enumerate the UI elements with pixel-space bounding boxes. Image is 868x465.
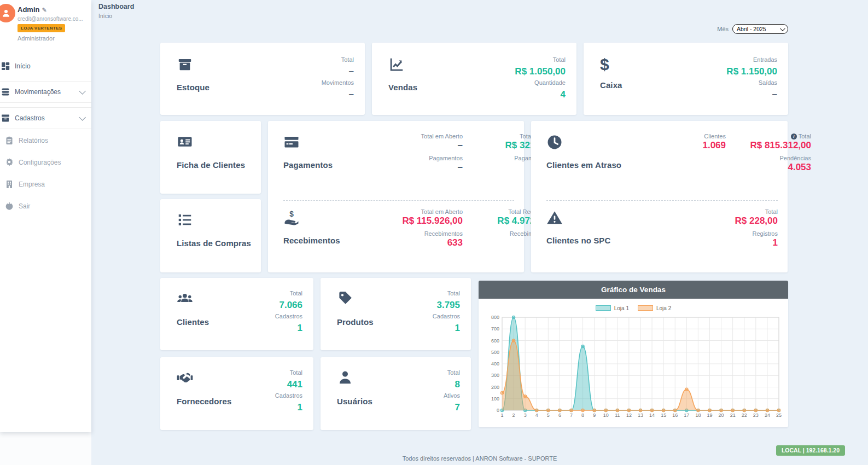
month-select[interactable]: Abril - 2025	[732, 24, 788, 34]
sidebar-item-cadastros[interactable]: Cadastros	[0, 107, 91, 129]
id-card-icon	[177, 142, 193, 152]
sidebar-item-label: Empresa	[19, 181, 45, 188]
card-fornecedores: Fornecedores Total 441 Cadastros 1	[160, 357, 313, 430]
sidebar-item-label: Relatórios	[19, 137, 48, 144]
stat-value: R$ 115.926,00	[402, 216, 463, 226]
sidebar: Admin✎ credit@anronsoftware.co... LOJA V…	[0, 0, 91, 432]
stat-label: Clientes	[702, 133, 726, 140]
svg-text:600: 600	[491, 338, 499, 344]
card-title: Caixa	[600, 80, 622, 90]
stat-label: Total em Aberto	[402, 208, 463, 215]
stat-label: Cadastros	[275, 392, 302, 399]
card-atraso-spc: Clientes em Atraso Clientes 1.069 iTotal…	[531, 121, 788, 272]
stat-value: 7	[455, 402, 460, 412]
svg-text:12: 12	[626, 412, 632, 418]
stat-value: 1	[753, 237, 778, 248]
footer-copyright: Todos direitos reservados | ANRON Softwa…	[91, 455, 868, 462]
sidebar-item-relatorios[interactable]: Relatórios	[0, 130, 91, 151]
card-listas-compras[interactable]: Listas de Compras	[160, 199, 261, 272]
svg-text:22: 22	[742, 412, 747, 418]
svg-text:16: 16	[672, 412, 678, 418]
card-title: Pagamentos	[283, 160, 380, 170]
svg-text:7: 7	[570, 412, 573, 418]
svg-text:8: 8	[581, 412, 584, 418]
month-filter: Mês Abril - 2025	[91, 24, 788, 34]
svg-text:21: 21	[730, 412, 736, 418]
stat-value: 7.066	[279, 300, 302, 310]
gear-icon	[5, 158, 14, 167]
credit-card-icon	[283, 143, 300, 152]
svg-text:11: 11	[615, 412, 620, 418]
page-header: Dashboard Início	[98, 3, 868, 19]
clock-icon	[546, 143, 563, 152]
stat-label: iTotal	[750, 133, 811, 140]
sidebar-item-sair[interactable]: Sair	[0, 196, 91, 217]
card-title: Clientes no SPC	[546, 236, 643, 245]
svg-text:10: 10	[603, 412, 609, 418]
card-estoque: Estoque Total – Movimentos –	[160, 43, 365, 115]
svg-text:0: 0	[497, 408, 499, 413]
pencil-icon[interactable]: ✎	[42, 7, 46, 13]
section-pagamentos: Pagamentos Total em Aberto – Pagamentos …	[283, 133, 514, 197]
sales-line-chart: 0100200300400500600700800123456789101112…	[483, 313, 783, 422]
stat-value: 633	[424, 237, 463, 248]
card-produtos: Produtos Total 3.795 Cadastros 1	[321, 278, 471, 350]
stat-label: Registros	[753, 230, 778, 237]
card-title: Estoque	[177, 83, 209, 92]
legend-item-loja1[interactable]: Loja 1	[596, 305, 629, 311]
stat-label: Cadastros	[433, 313, 460, 319]
stat-value: 1	[455, 323, 460, 333]
card-title: Produtos	[337, 317, 374, 327]
breadcrumb: Início	[98, 13, 868, 19]
chart-legend: Loja 1 Loja 2	[483, 303, 783, 313]
svg-text:19: 19	[707, 412, 712, 418]
main-content: Dashboard Início Mês Abril - 2025 Estoqu…	[91, 0, 868, 465]
chevron-down-icon	[79, 114, 86, 121]
sidebar-item-empresa[interactable]: Empresa	[0, 174, 91, 195]
archive-icon	[1, 114, 10, 123]
sidebar-item-label: Cadastros	[15, 114, 45, 122]
svg-text:300: 300	[491, 373, 499, 378]
person-icon	[1, 8, 11, 18]
divider	[546, 200, 778, 201]
profile-role: Administrador	[18, 35, 87, 42]
stat-value: –	[421, 140, 463, 150]
layers-icon	[1, 88, 10, 96]
sidebar-column: Admin✎ credit@anronsoftware.co... LOJA V…	[0, 0, 91, 465]
building-icon	[5, 180, 14, 189]
info-icon[interactable]: i	[791, 133, 797, 140]
card-ficha-clientes[interactable]: Ficha de Clientes	[160, 121, 261, 194]
stat-value: –	[349, 66, 354, 77]
svg-text:800: 800	[491, 315, 499, 320]
sidebar-nav: Início Movimentações Cadastros Relatório…	[0, 56, 91, 217]
legend-item-loja2[interactable]: Loja 2	[638, 305, 671, 311]
svg-text:500: 500	[491, 350, 499, 355]
svg-text:5: 5	[547, 412, 550, 418]
profile-email: credit@anronsoftware.co...	[18, 16, 87, 22]
card-title: Vendas	[388, 83, 417, 92]
divider	[283, 200, 514, 201]
svg-text:15: 15	[661, 412, 666, 418]
profile-name: Admin	[18, 5, 39, 14]
tag-icon	[337, 299, 353, 308]
sidebar-item-movimentacoes[interactable]: Movimentações	[0, 81, 91, 103]
sidebar-item-configuracoes[interactable]: Configurações	[0, 152, 91, 173]
section-clientes-spc: Clientes no SPC Total R$ 228,00 Registro…	[546, 208, 778, 272]
svg-text:13: 13	[638, 412, 643, 418]
card-title: Usuários	[337, 397, 372, 406]
svg-text:6: 6	[558, 412, 561, 418]
card-title: Fornecedores	[177, 397, 231, 406]
svg-text:200: 200	[491, 385, 499, 390]
svg-text:24: 24	[765, 412, 770, 418]
svg-text:100: 100	[491, 396, 499, 402]
card-caixa: $ Caixa Entradas R$ 1.150,00 Saídas –	[584, 43, 788, 115]
grid-icon	[1, 62, 10, 71]
sidebar-item-label: Configurações	[19, 159, 61, 166]
stat-label: Total	[447, 369, 460, 376]
stat-value: –	[429, 162, 463, 172]
stat-value: 4	[561, 89, 566, 100]
sidebar-item-inicio[interactable]: Início	[0, 56, 91, 77]
chart-title: Gráfico de Vendas	[601, 286, 666, 294]
stat-label: Recebimentos	[424, 230, 463, 237]
svg-text:9: 9	[593, 412, 596, 418]
